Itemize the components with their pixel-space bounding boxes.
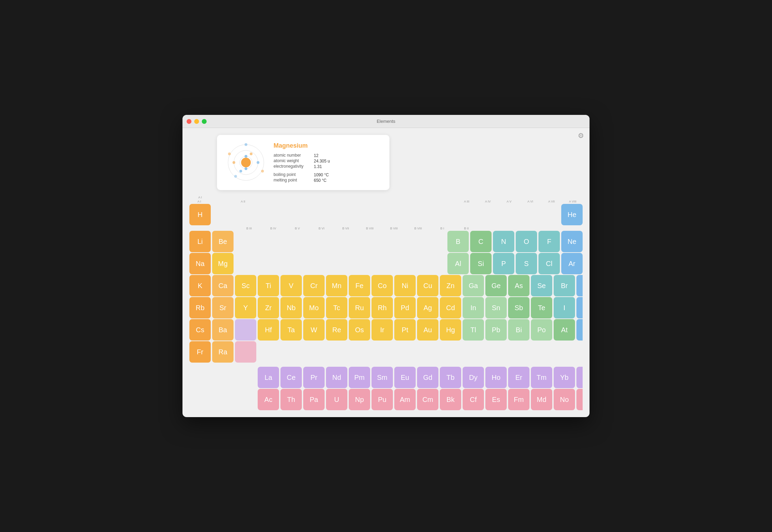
element-Eu[interactable]: Eu (394, 367, 416, 388)
element-Bi[interactable]: Bi (508, 319, 529, 341)
element-Yb[interactable]: Yb (554, 367, 575, 388)
element-Pt[interactable]: Pt (394, 319, 416, 341)
element-Pm[interactable]: Pm (349, 367, 370, 388)
element-Ne[interactable]: Ne (561, 231, 583, 252)
element-Ti[interactable]: Ti (258, 275, 279, 296)
maximize-button[interactable] (202, 119, 207, 124)
element-Dy[interactable]: Dy (463, 367, 484, 388)
element-Ac[interactable]: Ac (258, 389, 279, 410)
element-Fe[interactable]: Fe (349, 275, 370, 296)
element-Mn[interactable]: Mn (326, 275, 347, 296)
element-Co[interactable]: Co (372, 275, 393, 296)
element-Rn[interactable]: Rn (576, 319, 583, 341)
element-Fr[interactable]: Fr (189, 341, 211, 363)
element-V[interactable]: V (280, 275, 302, 296)
element-Nd[interactable]: Nd (326, 367, 347, 388)
element-At[interactable]: At (554, 319, 575, 341)
element-Np[interactable]: Np (349, 389, 370, 410)
element-Ra[interactable]: Ra (212, 341, 234, 363)
element-Cu[interactable]: Cu (417, 275, 438, 296)
element-Cl[interactable]: Cl (538, 253, 560, 274)
element-Rb[interactable]: Rb (189, 297, 211, 318)
element-Te[interactable]: Te (531, 297, 552, 318)
settings-icon[interactable]: ⚙ (578, 131, 584, 140)
element-I[interactable]: I (554, 297, 575, 318)
element-Kr[interactable]: Kr (576, 275, 583, 296)
element-Cr[interactable]: Cr (303, 275, 325, 296)
element-Xe[interactable]: Xe (576, 297, 583, 318)
element-Sc[interactable]: Sc (235, 275, 256, 296)
element-Hf[interactable]: Hf (258, 319, 279, 341)
element-Am[interactable]: Am (394, 389, 416, 410)
element-He[interactable]: He (561, 204, 583, 225)
element-Ar[interactable]: Ar (561, 253, 583, 274)
element-Ag[interactable]: Ag (417, 297, 438, 318)
element-Sr[interactable]: Sr (212, 297, 234, 318)
element-Zr[interactable]: Zr (258, 297, 279, 318)
element-B[interactable]: B (447, 231, 469, 252)
element-Ni[interactable]: Ni (394, 275, 416, 296)
element-Ce[interactable]: Ce (280, 367, 302, 388)
element-Ac-placeholder[interactable] (235, 341, 256, 363)
element-Rh[interactable]: Rh (372, 297, 393, 318)
element-F[interactable]: F (538, 231, 560, 252)
element-As[interactable]: As (508, 275, 529, 296)
element-N[interactable]: N (493, 231, 514, 252)
element-Lu[interactable]: Lu (576, 367, 583, 388)
element-S[interactable]: S (516, 253, 537, 274)
element-Sm[interactable]: Sm (372, 367, 393, 388)
element-Lr[interactable]: Lr (576, 389, 583, 410)
element-Ga[interactable]: Ga (463, 275, 484, 296)
element-No[interactable]: No (554, 389, 575, 410)
element-Cd[interactable]: Cd (440, 297, 461, 318)
element-Na[interactable]: Na (189, 253, 211, 274)
element-Ca[interactable]: Ca (212, 275, 234, 296)
element-Si[interactable]: Si (470, 253, 492, 274)
element-P[interactable]: P (493, 253, 514, 274)
element-Ta[interactable]: Ta (280, 319, 302, 341)
element-Sn[interactable]: Sn (485, 297, 507, 318)
element-Sb[interactable]: Sb (508, 297, 529, 318)
element-Cm[interactable]: Cm (417, 389, 438, 410)
element-H[interactable]: H (189, 204, 211, 225)
element-Mg[interactable]: Mg (212, 253, 234, 274)
element-Be[interactable]: Be (212, 231, 234, 252)
element-Al[interactable]: Al (447, 253, 469, 274)
element-U[interactable]: U (326, 389, 347, 410)
element-Er[interactable]: Er (508, 367, 529, 388)
element-Pb[interactable]: Pb (485, 319, 507, 341)
element-Gd[interactable]: Gd (417, 367, 438, 388)
element-Th[interactable]: Th (280, 389, 302, 410)
close-button[interactable] (187, 119, 191, 124)
element-Tb[interactable]: Tb (440, 367, 461, 388)
element-Bk[interactable]: Bk (440, 389, 461, 410)
element-Pu[interactable]: Pu (372, 389, 393, 410)
element-Po[interactable]: Po (531, 319, 552, 341)
element-Ru[interactable]: Ru (349, 297, 370, 318)
element-Nb[interactable]: Nb (280, 297, 302, 318)
element-Fm[interactable]: Fm (508, 389, 529, 410)
element-Hg[interactable]: Hg (440, 319, 461, 341)
element-Ge[interactable]: Ge (485, 275, 507, 296)
element-Mo[interactable]: Mo (303, 297, 325, 318)
element-Br[interactable]: Br (554, 275, 575, 296)
element-La[interactable]: La (258, 367, 279, 388)
element-Cs[interactable]: Cs (189, 319, 211, 341)
element-Pd[interactable]: Pd (394, 297, 416, 318)
element-Zn[interactable]: Zn (440, 275, 461, 296)
element-K[interactable]: K (189, 275, 211, 296)
element-Tc[interactable]: Tc (326, 297, 347, 318)
element-Au[interactable]: Au (417, 319, 438, 341)
element-W[interactable]: W (303, 319, 325, 341)
element-Ba[interactable]: Ba (212, 319, 234, 341)
element-Y[interactable]: Y (235, 297, 256, 318)
minimize-button[interactable] (194, 119, 199, 124)
element-Es[interactable]: Es (485, 389, 507, 410)
element-In[interactable]: In (463, 297, 484, 318)
element-Pr[interactable]: Pr (303, 367, 325, 388)
element-Ho[interactable]: Ho (485, 367, 507, 388)
element-Md[interactable]: Md (531, 389, 552, 410)
element-Tl[interactable]: Tl (463, 319, 484, 341)
element-Cf[interactable]: Cf (463, 389, 484, 410)
element-C[interactable]: C (470, 231, 492, 252)
